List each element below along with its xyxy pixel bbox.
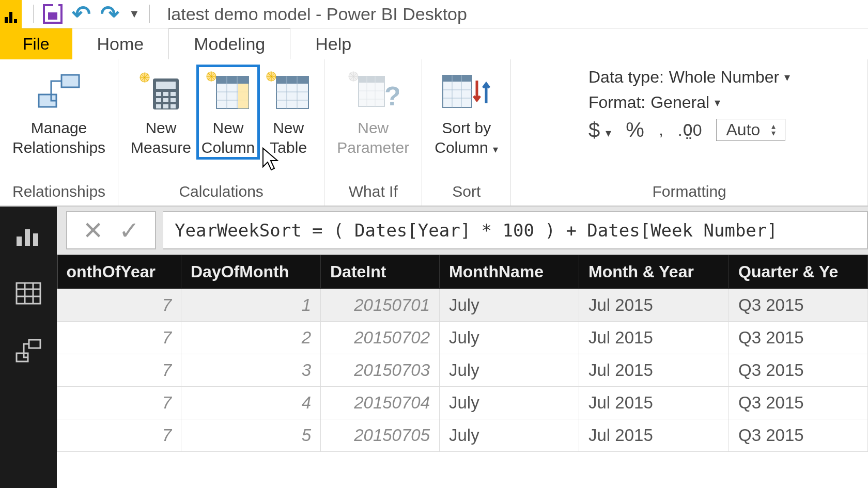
decimal-auto-stepper[interactable]: Auto ▴▾	[716, 119, 785, 141]
cell-dateint: 20150704	[321, 387, 440, 419]
cell-monthname: July	[440, 419, 579, 452]
chevron-down-icon: ▾	[490, 144, 499, 155]
formula-input[interactable]: YearWeekSort = ( Dates[Year] * 100 ) + D…	[163, 211, 868, 249]
cell-quarteryear: Q3 2015	[729, 354, 868, 387]
cell-dayofmonth: 5	[181, 419, 321, 452]
table-row[interactable]: 7420150704JulyJul 2015Q3 2015	[57, 387, 868, 419]
manage-relationships-label: ManageRelationships	[12, 118, 105, 157]
chevron-down-icon: ▾	[784, 71, 790, 84]
content-pane: ✕ ✓ YearWeekSort = ( Dates[Year] * 100 )…	[57, 207, 868, 488]
svg-rect-11	[156, 104, 161, 108]
svg-rect-24	[276, 76, 308, 84]
group-relationships-label: Relationships	[12, 183, 105, 203]
app-logo-icon	[0, 0, 22, 28]
col-monthname[interactable]: MonthName	[440, 255, 579, 289]
manage-relationships-button[interactable]: ManageRelationships	[7, 65, 111, 159]
group-formatting: Data type: Whole Number ▾ Format: Genera…	[511, 59, 868, 206]
formula-bar: ✕ ✓ YearWeekSort = ( Dates[Year] * 100 )…	[57, 207, 868, 255]
new-column-icon	[205, 69, 252, 115]
save-icon[interactable]	[43, 4, 63, 24]
cell-monthyear: Jul 2015	[579, 289, 729, 322]
thousands-separator-button[interactable]: ,	[659, 120, 663, 139]
new-parameter-label: NewParameter	[337, 118, 409, 157]
svg-rect-6	[163, 92, 168, 96]
spinner-icon[interactable]: ▴▾	[771, 123, 776, 137]
cell-monthofyear: 7	[57, 289, 181, 322]
report-view-button[interactable]	[13, 221, 44, 250]
window-title: latest demo model - Power BI Desktop	[167, 4, 467, 24]
currency-format-button[interactable]: $ ▾	[588, 118, 611, 141]
format-dropdown[interactable]: Format: General ▾	[588, 93, 720, 112]
svg-rect-44	[25, 229, 30, 246]
undo-icon[interactable]: ↶	[72, 3, 91, 25]
svg-rect-8	[156, 98, 161, 102]
cell-monthname: July	[440, 322, 579, 354]
svg-rect-5	[156, 92, 161, 96]
tab-file[interactable]: File	[0, 28, 72, 59]
col-dayofmonth[interactable]: DayOfMonth	[181, 255, 321, 289]
table-row[interactable]: 7220150702JulyJul 2015Q3 2015	[57, 322, 868, 354]
percent-format-button[interactable]: %	[626, 118, 644, 141]
svg-rect-21	[238, 84, 249, 108]
cell-monthyear: Jul 2015	[579, 387, 729, 419]
main-area: ✕ ✓ YearWeekSort = ( Dates[Year] * 100 )…	[0, 207, 868, 488]
data-type-dropdown[interactable]: Data type: Whole Number ▾	[588, 68, 790, 87]
new-column-label: NewColumn	[202, 118, 255, 157]
qat-more-icon[interactable]: ▼	[129, 7, 140, 21]
ribbon: ManageRelationships Relationships NewMea…	[0, 59, 868, 207]
cell-quarteryear: Q3 2015	[729, 419, 868, 452]
model-view-button[interactable]	[13, 337, 44, 366]
new-measure-icon	[137, 69, 184, 115]
svg-rect-46	[17, 283, 40, 304]
data-table: onthOfYear DayOfMonth DateInt MonthName …	[57, 255, 868, 452]
tab-home[interactable]: Home	[72, 28, 169, 59]
cell-dayofmonth: 4	[181, 387, 321, 419]
data-view-button[interactable]	[13, 279, 44, 308]
cell-quarteryear: Q3 2015	[729, 289, 868, 322]
cell-monthname: July	[440, 289, 579, 322]
new-table-button[interactable]: NewTable	[260, 65, 317, 159]
quick-access-toolbar: ↶ ↷ ▼	[22, 3, 161, 25]
col-dateint[interactable]: DateInt	[321, 255, 440, 289]
table-row[interactable]: 7520150705JulyJul 2015Q3 2015	[57, 419, 868, 452]
svg-rect-0	[61, 75, 79, 87]
cell-dateint: 20150705	[321, 419, 440, 452]
format-value: General	[650, 93, 709, 112]
cell-monthofyear: 7	[57, 354, 181, 387]
svg-rect-51	[29, 340, 40, 348]
table-row[interactable]: 7120150701JulyJul 2015Q3 2015	[57, 289, 868, 322]
new-parameter-button[interactable]: ? NewParameter	[332, 65, 414, 159]
table-row[interactable]: 7320150703JulyJul 2015Q3 2015	[57, 354, 868, 387]
cell-monthyear: Jul 2015	[579, 322, 729, 354]
group-whatif: ? NewParameter What If	[324, 59, 422, 206]
new-column-button[interactable]: NewColumn	[196, 65, 260, 160]
svg-rect-7	[171, 92, 176, 96]
tab-modeling[interactable]: Modeling	[168, 28, 290, 59]
sort-by-column-button[interactable]: Sort byColumn ▾	[429, 65, 503, 159]
cell-dateint: 20150701	[321, 289, 440, 322]
group-sort-label: Sort	[452, 183, 481, 203]
sort-icon	[441, 69, 492, 115]
svg-text:?: ?	[384, 81, 399, 111]
cell-monthofyear: 7	[57, 322, 181, 354]
group-relationships: ManageRelationships Relationships	[0, 59, 118, 206]
new-measure-button[interactable]: NewMeasure	[126, 65, 196, 159]
tab-help[interactable]: Help	[290, 28, 376, 59]
group-calculations: NewMeasure NewColumn NewTable Calculatio…	[118, 59, 324, 206]
col-quarteryear[interactable]: Quarter & Ye	[729, 255, 868, 289]
formula-commit-icon[interactable]: ✓	[119, 216, 140, 245]
svg-rect-9	[163, 98, 168, 102]
decimal-auto-label: Auto	[726, 120, 760, 139]
group-formatting-label: Formatting	[652, 183, 726, 203]
col-monthyear[interactable]: Month & Year	[579, 255, 729, 289]
cell-monthname: July	[440, 387, 579, 419]
cell-monthyear: Jul 2015	[579, 419, 729, 452]
data-type-label: Data type:	[588, 68, 664, 87]
svg-rect-16	[216, 76, 249, 84]
cell-quarteryear: Q3 2015	[729, 387, 868, 419]
col-monthofyear[interactable]: onthOfYear	[57, 255, 181, 289]
redo-icon[interactable]: ↷	[100, 3, 119, 25]
new-table-icon	[265, 69, 312, 115]
formula-cancel-icon[interactable]: ✕	[83, 216, 103, 245]
svg-rect-12	[163, 104, 168, 108]
